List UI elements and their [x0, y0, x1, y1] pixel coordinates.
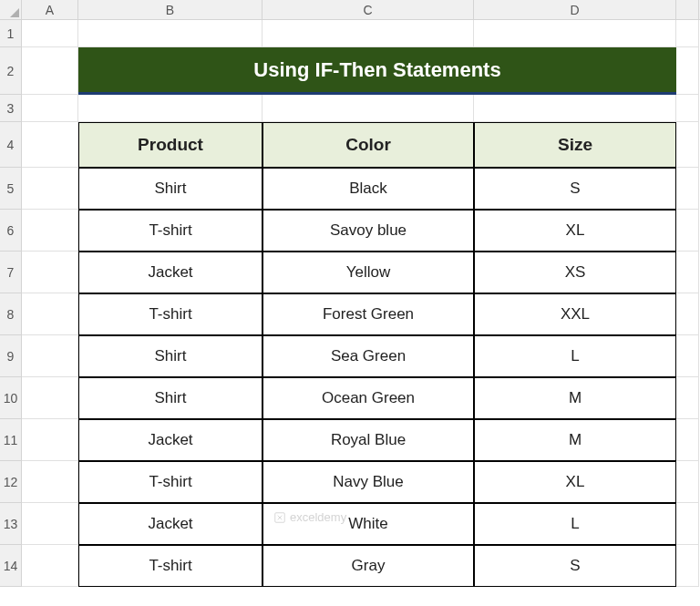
- cell[interactable]: [22, 461, 78, 503]
- row-header-3[interactable]: 3: [0, 95, 21, 122]
- table-header-product[interactable]: Product: [78, 122, 262, 168]
- grid-row: T-shirtGrayS: [22, 545, 699, 587]
- table-cell[interactable]: T-shirt: [78, 210, 262, 252]
- row-header-2[interactable]: 2: [0, 47, 21, 95]
- page-title[interactable]: Using IF-Then Statements: [78, 47, 676, 95]
- table-cell[interactable]: XXL: [474, 293, 676, 335]
- table-cell[interactable]: Navy Blue: [262, 461, 474, 503]
- row-header-8[interactable]: 8: [0, 293, 21, 335]
- table-cell[interactable]: T-shirt: [78, 545, 262, 587]
- table-cell[interactable]: Jacket: [78, 252, 262, 293]
- cell[interactable]: [22, 293, 78, 335]
- cell[interactable]: [676, 20, 699, 47]
- cell[interactable]: [22, 252, 78, 293]
- table-cell[interactable]: XL: [474, 461, 676, 503]
- cell[interactable]: [676, 210, 699, 252]
- cell[interactable]: [22, 377, 78, 419]
- cell[interactable]: [22, 168, 78, 210]
- grid-row: ShirtOcean GreenM: [22, 377, 699, 419]
- grid-row: JacketYellowXS: [22, 252, 699, 293]
- cell[interactable]: [474, 95, 676, 122]
- cell[interactable]: [22, 419, 78, 461]
- table-cell[interactable]: S: [474, 168, 676, 210]
- cell[interactable]: [676, 95, 699, 122]
- table-cell[interactable]: Sea Green: [262, 335, 474, 377]
- cell[interactable]: [676, 47, 699, 95]
- row-header-13[interactable]: 13: [0, 503, 21, 545]
- row-headers: 1234567891011121314: [0, 20, 22, 587]
- table-cell[interactable]: M: [474, 377, 676, 419]
- column-header-B[interactable]: B: [78, 0, 262, 19]
- row-header-5[interactable]: 5: [0, 168, 21, 210]
- select-all-button[interactable]: [0, 0, 22, 20]
- table-cell[interactable]: Shirt: [78, 377, 262, 419]
- grid-row: [22, 95, 699, 122]
- cell[interactable]: [676, 168, 699, 210]
- cell[interactable]: [22, 503, 78, 545]
- table-cell[interactable]: Black: [262, 168, 474, 210]
- cell[interactable]: [22, 335, 78, 377]
- cell[interactable]: [22, 122, 78, 168]
- cell[interactable]: [676, 293, 699, 335]
- table-cell[interactable]: Shirt: [78, 168, 262, 210]
- table-cell[interactable]: L: [474, 503, 676, 545]
- table-cell[interactable]: Savoy blue: [262, 210, 474, 252]
- cell[interactable]: [22, 210, 78, 252]
- table-cell[interactable]: Jacket: [78, 419, 262, 461]
- table-cell[interactable]: Jacket: [78, 503, 262, 545]
- cell[interactable]: [676, 503, 699, 545]
- column-header-C[interactable]: C: [262, 0, 474, 19]
- row-header-4[interactable]: 4: [0, 122, 21, 168]
- column-header-D[interactable]: D: [474, 0, 676, 19]
- table-cell[interactable]: Gray: [262, 545, 474, 587]
- table-cell[interactable]: T-shirt: [78, 461, 262, 503]
- table-cell[interactable]: XL: [474, 210, 676, 252]
- cell[interactable]: [22, 95, 78, 122]
- table-cell[interactable]: Shirt: [78, 335, 262, 377]
- cell[interactable]: [676, 335, 699, 377]
- cell[interactable]: [676, 252, 699, 293]
- cell[interactable]: [676, 377, 699, 419]
- table-cell[interactable]: White: [262, 503, 474, 545]
- table-cell[interactable]: Royal Blue: [262, 419, 474, 461]
- cell[interactable]: [262, 95, 474, 122]
- cell[interactable]: [676, 545, 699, 587]
- table-cell[interactable]: XS: [474, 252, 676, 293]
- table-cell[interactable]: Forest Green: [262, 293, 474, 335]
- table-cell[interactable]: T-shirt: [78, 293, 262, 335]
- table-header-color[interactable]: Color: [262, 122, 474, 168]
- grid-row: T-shirtSavoy blueXL: [22, 210, 699, 252]
- column-header-4[interactable]: [676, 0, 699, 19]
- table-cell[interactable]: Ocean Green: [262, 377, 474, 419]
- column-headers: ABCD: [22, 0, 700, 20]
- grid-row: [22, 20, 699, 47]
- row-header-14[interactable]: 14: [0, 545, 21, 587]
- cell[interactable]: [676, 419, 699, 461]
- grid-row: ShirtBlackS: [22, 168, 699, 210]
- grid-row: Using IF-Then Statements: [22, 47, 699, 95]
- column-header-A[interactable]: A: [22, 0, 78, 19]
- row-header-11[interactable]: 11: [0, 419, 21, 461]
- cell[interactable]: [676, 461, 699, 503]
- table-cell[interactable]: M: [474, 419, 676, 461]
- table-header-size[interactable]: Size: [474, 122, 676, 168]
- row-header-12[interactable]: 12: [0, 461, 21, 503]
- grid-row: ProductColorSize: [22, 122, 699, 168]
- cell[interactable]: [474, 20, 676, 47]
- cell[interactable]: [22, 545, 78, 587]
- table-cell[interactable]: L: [474, 335, 676, 377]
- grid-row: ShirtSea GreenL: [22, 335, 699, 377]
- table-cell[interactable]: Yellow: [262, 252, 474, 293]
- cell[interactable]: [78, 20, 262, 47]
- cell[interactable]: [262, 20, 474, 47]
- row-header-10[interactable]: 10: [0, 377, 21, 419]
- row-header-9[interactable]: 9: [0, 335, 21, 377]
- cell[interactable]: [676, 122, 699, 168]
- cell[interactable]: [78, 95, 262, 122]
- row-header-7[interactable]: 7: [0, 252, 21, 293]
- row-header-1[interactable]: 1: [0, 20, 21, 47]
- row-header-6[interactable]: 6: [0, 210, 21, 252]
- cell[interactable]: [22, 20, 78, 47]
- table-cell[interactable]: S: [474, 545, 676, 587]
- cell[interactable]: [22, 47, 78, 95]
